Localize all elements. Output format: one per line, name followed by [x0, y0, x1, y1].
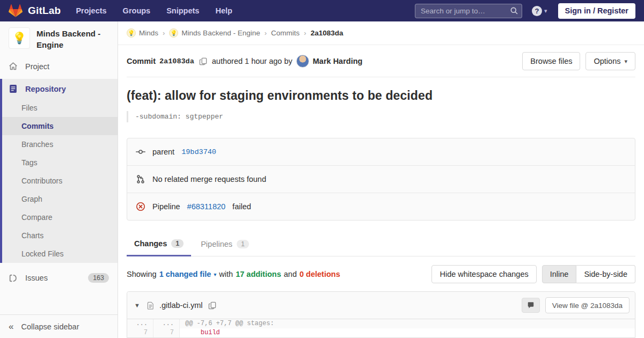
top-navbar: GitLab Projects Groups Snippets Help ? ▾… — [0, 0, 644, 21]
deletions-count: 0 deletions — [299, 270, 340, 278]
old-line-number[interactable]: ... — [127, 319, 153, 328]
parent-sha-link[interactable]: 19bd3740 — [181, 148, 216, 156]
new-line-number[interactable]: ... — [153, 319, 180, 328]
help-menu[interactable]: ? ▾ — [532, 6, 547, 16]
sidebar-item-issues[interactable]: Issues 163 — [0, 268, 118, 288]
sidebar-item-label: Project — [25, 62, 49, 71]
merge-request-icon — [136, 174, 145, 184]
toggle-comments-button[interactable] — [522, 298, 540, 313]
help-icon: ? — [532, 6, 542, 16]
copy-file-path-button[interactable] — [207, 300, 217, 311]
merge-requests-row: No related merge requests found — [127, 165, 635, 193]
sidebar-item-files[interactable]: Files — [2, 99, 118, 117]
author-name[interactable]: Mark Harding — [313, 57, 363, 65]
search-input[interactable] — [415, 4, 522, 18]
chevron-down-icon[interactable]: ▾ — [214, 271, 216, 277]
diff-hunk-row: ... ... @@ -7,6 +7,7 @@ stages: — [127, 319, 635, 328]
left-sidebar: 💡 Minds Backend - Engine Project Reposit… — [0, 21, 118, 338]
additions-count: 17 additions — [236, 270, 281, 278]
sign-in-register-button[interactable]: Sign in / Register — [558, 3, 635, 19]
diff-file-name[interactable]: .gitlab-ci.yml — [159, 301, 203, 310]
breadcrumb-separator: › — [163, 29, 165, 37]
sidebar-item-contributors[interactable]: Contributors — [2, 172, 118, 190]
collapse-diff-caret-icon[interactable]: ▼ — [133, 302, 142, 308]
hunk-header-text: @@ -7,6 +7,7 @@ stages: — [180, 319, 635, 328]
diff-table: ... ... @@ -7,6 +7,7 @@ stages: 7 7 buil… — [127, 319, 635, 337]
tab-pipelines[interactable]: Pipelines 1 — [193, 233, 257, 256]
commit-title: (feat): allow for staging environments t… — [127, 89, 635, 103]
sidebar-item-graph[interactable]: Graph — [2, 190, 118, 208]
chevron-down-icon: ▾ — [544, 8, 547, 14]
options-dropdown-button[interactable]: Options ▾ — [586, 52, 635, 70]
gitlab-logo[interactable]: GitLab — [9, 4, 61, 18]
breadcrumb-separator: › — [304, 29, 306, 37]
sidebar-section-repository: Repository Files Commits Branches Tags C… — [0, 79, 118, 263]
breadcrumb: 💡 Minds › 💡 Minds Backend - Engine › Com… — [118, 21, 644, 45]
breadcrumb-item-project[interactable]: 💡 Minds Backend - Engine — [169, 28, 260, 38]
diff-view-toggle: Inline Side-by-side — [542, 265, 635, 283]
commit-label: Commit — [127, 57, 156, 65]
chevron-down-icon: ▾ — [624, 58, 627, 65]
nav-item-help[interactable]: Help — [215, 6, 232, 15]
issues-icon — [9, 274, 18, 283]
nav-item-groups[interactable]: Groups — [123, 6, 151, 15]
hide-whitespace-button[interactable]: Hide whitespace changes — [431, 265, 536, 283]
sidebar-item-label: Repository — [25, 85, 66, 93]
with-label: with — [219, 270, 233, 278]
collapse-label: Collapse sidebar — [21, 322, 79, 331]
project-context[interactable]: 💡 Minds Backend - Engine — [0, 21, 118, 57]
sidebar-item-project[interactable]: Project — [0, 57, 118, 76]
showing-label: Showing — [127, 270, 157, 278]
breadcrumb-label: Minds Backend - Engine — [181, 29, 260, 37]
copy-sha-button[interactable] — [198, 56, 208, 67]
author-avatar[interactable] — [296, 55, 309, 68]
tab-label: Pipelines — [201, 240, 232, 248]
inline-view-button[interactable]: Inline — [542, 265, 577, 283]
commit-info-box: parent 19bd3740 No related merge request… — [127, 138, 635, 221]
changes-summary-bar: Showing 1 changed file ▾ with 17 additio… — [127, 265, 635, 283]
sidebar-item-repository[interactable]: Repository — [2, 79, 118, 99]
tab-changes-count: 1 — [171, 239, 184, 248]
breadcrumb-item-minds[interactable]: 💡 Minds — [127, 28, 158, 38]
sidebar-item-commits[interactable]: Commits — [2, 117, 118, 135]
code-text: build — [180, 328, 635, 337]
main-content: 💡 Minds › 💡 Minds Backend - Engine › Com… — [118, 0, 644, 338]
browse-files-button[interactable]: Browse files — [522, 52, 580, 70]
breadcrumb-item-current-sha: 2a1083da — [311, 29, 343, 37]
tab-changes[interactable]: Changes 1 — [127, 233, 191, 256]
old-line-number[interactable]: 7 — [127, 328, 153, 337]
project-avatar: 💡 — [169, 28, 178, 38]
diff-file-card: ▼ .gitlab-ci.yml — [127, 291, 635, 338]
diff-context-row: 7 7 build — [127, 328, 635, 337]
side-by-side-view-button[interactable]: Side-by-side — [576, 265, 635, 283]
commit-description: -subdomain: sgtpepper — [127, 111, 635, 122]
view-file-button[interactable]: View file @ 2a1083da — [545, 297, 630, 313]
sidebar-item-compare[interactable]: Compare — [2, 208, 118, 226]
commit-tabs: Changes 1 Pipelines 1 — [127, 233, 635, 256]
sidebar-item-charts[interactable]: Charts — [2, 226, 118, 245]
sidebar-item-tags[interactable]: Tags — [2, 153, 118, 172]
copy-icon — [208, 302, 216, 310]
collapse-sidebar-button[interactable]: « Collapse sidebar — [0, 314, 118, 338]
sidebar-item-label: Issues — [25, 274, 48, 282]
changed-files-dropdown[interactable]: 1 changed file — [159, 270, 211, 278]
copy-icon — [199, 57, 207, 65]
group-avatar: 💡 — [127, 28, 136, 38]
breadcrumb-item-commits[interactable]: Commits — [271, 29, 299, 37]
document-icon — [9, 84, 18, 93]
pipeline-id-link[interactable]: #68311820 — [187, 202, 226, 211]
nav-item-snippets[interactable]: Snippets — [166, 6, 199, 15]
brand-name: GitLab — [28, 5, 61, 17]
nav-menu: Projects Groups Snippets Help — [76, 6, 232, 15]
sidebar-item-locked-files[interactable]: Locked Files — [2, 245, 118, 263]
diff-file-header: ▼ .gitlab-ci.yml — [127, 292, 635, 319]
nav-item-projects[interactable]: Projects — [76, 6, 106, 15]
breadcrumb-label: Commits — [271, 29, 299, 37]
and-label: and — [284, 270, 297, 278]
commit-header: Commit 2a1083da authored 1 hour ago by M… — [127, 45, 635, 77]
file-icon — [147, 302, 155, 310]
commit-icon — [136, 147, 145, 157]
commit-sha: 2a1083da — [159, 57, 194, 65]
sidebar-item-branches[interactable]: Branches — [2, 135, 118, 153]
new-line-number[interactable]: 7 — [153, 328, 180, 337]
